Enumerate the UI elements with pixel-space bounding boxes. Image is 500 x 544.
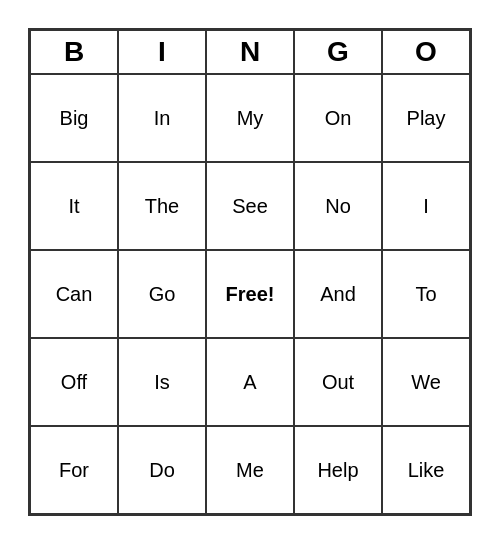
bingo-row-3: OffIsAOutWe — [30, 338, 470, 426]
cell-3-0: Off — [30, 338, 118, 426]
cell-1-3: No — [294, 162, 382, 250]
cell-2-4: To — [382, 250, 470, 338]
header-cell-i: I — [118, 30, 206, 74]
header-cell-o: O — [382, 30, 470, 74]
cell-0-2: My — [206, 74, 294, 162]
bingo-row-0: BigInMyOnPlay — [30, 74, 470, 162]
cell-0-0: Big — [30, 74, 118, 162]
cell-3-1: Is — [118, 338, 206, 426]
cell-1-4: I — [382, 162, 470, 250]
cell-4-0: For — [30, 426, 118, 514]
cell-0-1: In — [118, 74, 206, 162]
header-cell-b: B — [30, 30, 118, 74]
cell-3-4: We — [382, 338, 470, 426]
cell-1-2: See — [206, 162, 294, 250]
cell-4-2: Me — [206, 426, 294, 514]
header-cell-g: G — [294, 30, 382, 74]
header-cell-n: N — [206, 30, 294, 74]
cell-3-2: A — [206, 338, 294, 426]
cell-2-2: Free! — [206, 250, 294, 338]
bingo-row-2: CanGoFree!AndTo — [30, 250, 470, 338]
bingo-header-row: BINGO — [30, 30, 470, 74]
cell-2-0: Can — [30, 250, 118, 338]
cell-3-3: Out — [294, 338, 382, 426]
cell-4-1: Do — [118, 426, 206, 514]
bingo-row-1: ItTheSeeNoI — [30, 162, 470, 250]
cell-4-4: Like — [382, 426, 470, 514]
bingo-card: BINGO BigInMyOnPlayItTheSeeNoICanGoFree!… — [28, 28, 472, 516]
bingo-row-4: ForDoMeHelpLike — [30, 426, 470, 514]
cell-2-1: Go — [118, 250, 206, 338]
cell-1-0: It — [30, 162, 118, 250]
cell-1-1: The — [118, 162, 206, 250]
cell-4-3: Help — [294, 426, 382, 514]
cell-0-4: Play — [382, 74, 470, 162]
cell-2-3: And — [294, 250, 382, 338]
cell-0-3: On — [294, 74, 382, 162]
